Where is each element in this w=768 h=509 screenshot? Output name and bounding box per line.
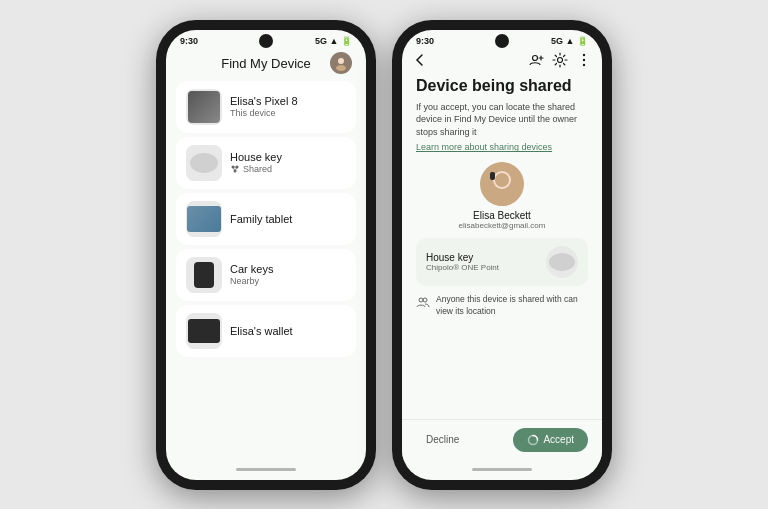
device-info: Car keys Nearby <box>230 263 346 286</box>
svg-point-12 <box>583 63 585 65</box>
home-indicator-2 <box>402 460 602 480</box>
settings-icon[interactable] <box>552 52 568 68</box>
svg-point-17 <box>419 298 423 302</box>
shared-icon <box>230 164 240 174</box>
svg-point-10 <box>583 53 585 55</box>
svg-point-15 <box>495 173 509 187</box>
share-title: Device being shared <box>416 76 588 95</box>
device-name: House key <box>230 151 346 163</box>
device-list: Elisa's Pixel 8 This device House key <box>166 77 366 460</box>
device-status: Shared <box>230 164 346 174</box>
phone1-notch <box>259 34 273 48</box>
phone-2: 9:30 5G ▲ 🔋 <box>392 20 612 490</box>
tablet-icon <box>186 201 222 237</box>
back-icon[interactable] <box>412 52 428 68</box>
share-header-icons <box>528 52 592 68</box>
wallet-icon <box>186 313 222 349</box>
action-bar: Decline Accept <box>402 419 602 460</box>
share-note-text: Anyone this device is shared with can vi… <box>436 294 588 318</box>
list-item[interactable]: Elisa's wallet <box>176 305 356 357</box>
svg-point-8 <box>533 55 538 60</box>
phone1-signal: 5G ▲ 🔋 <box>315 36 352 46</box>
svg-point-18 <box>423 298 427 302</box>
owner-name: Elisa Beckett <box>473 210 531 221</box>
phone2-signal: 5G ▲ 🔋 <box>551 36 588 46</box>
app-title: Find My Device <box>221 56 311 71</box>
device-card-info: House key Chipolo® ONE Point <box>426 252 499 272</box>
add-person-icon[interactable] <box>528 52 544 68</box>
svg-point-0 <box>338 58 344 64</box>
accept-button[interactable]: Accept <box>513 428 588 452</box>
share-note: Anyone this device is shared with can vi… <box>416 294 588 318</box>
device-info: Elisa's wallet <box>230 325 346 337</box>
svg-point-13 <box>486 190 518 206</box>
phones-container: 9:30 5G ▲ 🔋 Find My Device <box>146 10 622 500</box>
share-body: Device being shared If you accept, you c… <box>402 72 602 419</box>
phone2-content: Device being shared If you accept, you c… <box>402 48 602 460</box>
svg-point-11 <box>583 58 585 60</box>
phone2-time: 9:30 <box>416 36 434 46</box>
learn-more-link[interactable]: Learn more about sharing devices <box>416 142 588 152</box>
device-status: Nearby <box>230 276 346 286</box>
home-indicator <box>166 460 366 480</box>
loading-icon <box>527 434 539 446</box>
device-name: Elisa's wallet <box>230 325 346 337</box>
decline-button[interactable]: Decline <box>416 428 469 451</box>
svg-point-9 <box>558 57 563 62</box>
phone2-screen: 9:30 5G ▲ 🔋 <box>402 30 602 480</box>
list-item[interactable]: House key Shared <box>176 137 356 189</box>
device-card: House key Chipolo® ONE Point <box>416 238 588 286</box>
device-card-name: House key <box>426 252 499 263</box>
home-bar <box>236 468 296 471</box>
people-icon <box>416 295 430 312</box>
phone2-notch <box>495 34 509 48</box>
app-header: Find My Device <box>166 48 366 77</box>
phone1-time: 9:30 <box>180 36 198 46</box>
device-card-model: Chipolo® ONE Point <box>426 263 499 272</box>
share-header <box>402 48 602 72</box>
svg-point-1 <box>336 65 346 71</box>
owner-avatar <box>480 162 524 206</box>
accept-label: Accept <box>543 434 574 445</box>
list-item[interactable]: Car keys Nearby <box>176 249 356 301</box>
phone-1: 9:30 5G ▲ 🔋 Find My Device <box>156 20 376 490</box>
list-item[interactable]: Family tablet <box>176 193 356 245</box>
svg-rect-16 <box>490 172 495 180</box>
carkeys-icon <box>186 257 222 293</box>
device-status: This device <box>230 108 346 118</box>
device-name: Car keys <box>230 263 346 275</box>
device-info: House key Shared <box>230 151 346 174</box>
device-info: Elisa's Pixel 8 This device <box>230 95 346 118</box>
user-avatar[interactable] <box>330 52 352 74</box>
device-name: Family tablet <box>230 213 346 225</box>
device-name: Elisa's Pixel 8 <box>230 95 346 107</box>
device-card-icon <box>546 246 578 278</box>
phone1-content: Find My Device <box>166 48 366 460</box>
list-item[interactable]: Elisa's Pixel 8 This device <box>176 81 356 133</box>
owner-email: elisabeckett@gmail.com <box>459 221 546 230</box>
phone1-screen: 9:30 5G ▲ 🔋 Find My Device <box>166 30 366 480</box>
owner-card: Elisa Beckett elisabeckett@gmail.com <box>416 162 588 230</box>
share-description: If you accept, you can locate the shared… <box>416 101 588 139</box>
pixel8-icon <box>186 89 222 125</box>
device-info: Family tablet <box>230 213 346 225</box>
home-bar-2 <box>472 468 532 471</box>
housekey-icon <box>186 145 222 181</box>
more-options-icon[interactable] <box>576 52 592 68</box>
